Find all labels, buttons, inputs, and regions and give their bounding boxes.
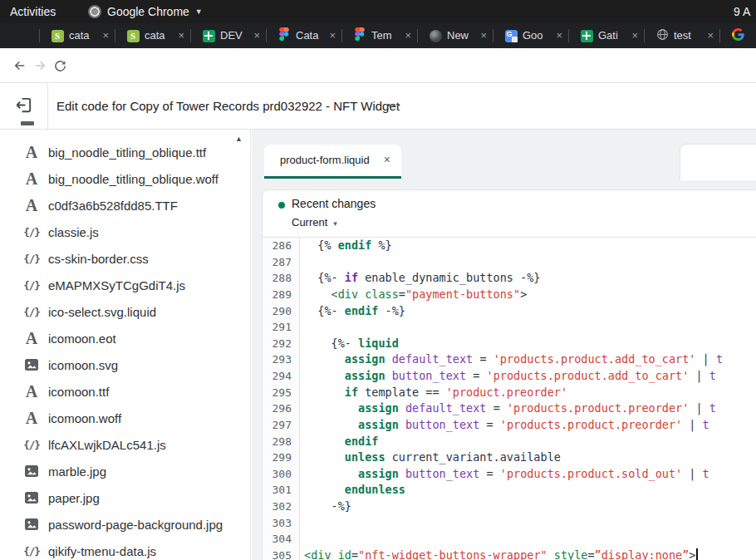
code-line-content (300, 254, 304, 271)
line-number: 293 (263, 351, 300, 368)
browser-tab-DEV[interactable]: DEV× (191, 23, 267, 48)
browser-tab-Gati[interactable]: Gati× (569, 23, 645, 48)
close-tab-icon[interactable]: × (329, 23, 336, 48)
file-type-image-icon (22, 518, 41, 530)
line-number: 289 (263, 287, 300, 303)
line-number: 290 (263, 303, 300, 320)
code-line: 304 (263, 531, 756, 548)
file-item[interactable]: password-page-background.jpg (0, 511, 250, 538)
file-item[interactable]: {/}ico-select.svg.liquid (0, 298, 250, 325)
file-item[interactable]: {/}cs-skin-border.css (0, 245, 250, 272)
file-name: qikify-tmenu-data.js (48, 544, 156, 558)
line-number: 303 (263, 515, 300, 532)
file-item[interactable]: {/}classie.js (0, 219, 250, 245)
forward-button[interactable] (30, 56, 50, 76)
code-line-content (300, 531, 304, 548)
line-number: 292 (263, 336, 300, 352)
file-name: icomoon.woff (48, 411, 121, 425)
file-name: lfcAXLwjkDALc541.js (48, 438, 166, 452)
tab-label (749, 23, 756, 48)
file-item[interactable]: Abig_noodle_titling_oblique.woff (0, 165, 250, 192)
shopify-favicon-icon: S (52, 30, 64, 42)
tab-favicon (202, 29, 215, 42)
line-number: 305 (263, 548, 300, 560)
browser-tab-Cata[interactable]: Cata× (267, 23, 342, 48)
code-line: 294 assign button_text = 'products.produ… (263, 368, 756, 385)
file-name: c0df3a6b528fdd85.TTF (48, 199, 178, 213)
file-item[interactable]: Aicomoon.ttf (0, 378, 250, 405)
file-name: big_noodle_titling_oblique.woff (48, 172, 218, 186)
line-number: 294 (263, 368, 300, 385)
file-sidebar: Abig_noodle_titling_oblique.ttfAbig_nood… (0, 130, 251, 560)
unsaved-changes-dot (278, 202, 285, 209)
partial-panel-corner (680, 144, 756, 180)
file-item[interactable]: marble.jpg (0, 458, 250, 484)
file-item[interactable]: paper.jpg (0, 484, 250, 511)
reload-button[interactable] (50, 56, 70, 76)
file-item[interactable]: icomoon.svg (0, 351, 250, 378)
file-item[interactable]: Aicomoon.woff (0, 405, 250, 431)
tab-favicon (353, 29, 366, 42)
editor-tab-product-form[interactable]: product-form.liquid × (264, 145, 401, 179)
close-tab-icon[interactable]: × (253, 23, 260, 48)
code-line-content: {%- liquid (300, 336, 399, 352)
close-tab-icon[interactable]: × (405, 23, 411, 48)
tab-separator (568, 29, 569, 42)
clock[interactable]: 9 A (734, 0, 750, 23)
file-name: classie.js (48, 225, 99, 239)
tab-separator (644, 29, 645, 42)
file-item[interactable]: Aicomoon.eot (0, 325, 250, 351)
browser-tab-New[interactable]: New× (418, 23, 493, 48)
browser-tab-g[interactable] (720, 23, 756, 48)
file-item[interactable]: Abig_noodle_titling_oblique.ttf (0, 139, 250, 165)
browser-tab-cata[interactable]: Scata× (40, 23, 115, 48)
code-line: 301 endunless (263, 482, 756, 499)
header-divider (47, 83, 48, 129)
editor-area: product-form.liquid × Recent changes Cur… (252, 130, 756, 560)
close-tab-icon[interactable]: × (384, 145, 390, 175)
tab-label: Goo (523, 23, 551, 48)
active-tab-underline (264, 176, 401, 179)
tab-label: cata (145, 23, 173, 48)
more-actions-button[interactable]: ••• (387, 83, 402, 127)
tab-label: test (674, 23, 702, 48)
file-item[interactable]: {/}lfcAXLwjkDALc541.js (0, 431, 250, 458)
activities-button[interactable]: Activities (10, 0, 56, 23)
code-editor[interactable]: 286 {% endif %}287288 {%- if enable_dyna… (263, 238, 756, 560)
admin-header: Edit code for Copy of Tower Records prd0… (0, 83, 756, 130)
code-line-content: -%} (300, 499, 351, 515)
file-name: cs-skin-border.css (48, 252, 149, 266)
exit-code-editor-button[interactable] (14, 96, 33, 118)
close-tab-icon[interactable]: × (631, 23, 638, 48)
close-tab-icon[interactable]: × (480, 23, 487, 48)
scroll-up-arrow[interactable]: ▲ (235, 135, 243, 143)
close-tab-icon[interactable]: × (178, 23, 184, 48)
code-line-content: <div class="payment-buttons"> (300, 287, 527, 303)
tab-favicon: S (126, 29, 140, 42)
line-number: 286 (263, 238, 300, 254)
file-item[interactable]: {/}qikify-tmenu-data.js (0, 538, 250, 560)
browser-tab-Tem[interactable]: Tem× (342, 23, 418, 48)
code-line-content: <div id="nft-widget-buttons-wrapper" sty… (300, 548, 698, 560)
code-line: 291 (263, 319, 756, 336)
tab-separator (266, 29, 267, 42)
close-tab-icon[interactable]: × (556, 23, 562, 48)
file-item[interactable]: Ac0df3a6b528fdd85.TTF (0, 192, 250, 219)
back-button[interactable] (10, 56, 30, 76)
line-number: 297 (263, 417, 300, 434)
file-list: Abig_noodle_titling_oblique.ttfAbig_nood… (0, 139, 250, 560)
code-line: 300 assign button_text = 'products.produ… (263, 466, 756, 483)
code-line: 297 assign button_text = 'products.produ… (263, 417, 756, 434)
browser-tab-Goo[interactable]: GGoo× (493, 23, 569, 48)
close-tab-icon[interactable]: × (102, 23, 109, 48)
code-line: 295 if template == 'product.preorder' (263, 385, 756, 401)
file-item[interactable]: {/}eMAPMXSyTCgGdiT4.js (0, 272, 250, 298)
file-name: icomoon.svg (48, 358, 118, 372)
file-name: eMAPMXSyTCgGdiT4.js (48, 278, 185, 292)
close-tab-icon[interactable]: × (707, 23, 714, 48)
browser-tab-test[interactable]: test× (645, 23, 720, 48)
version-dropdown[interactable]: Current▾ (292, 216, 337, 228)
app-menu[interactable]: Google Chrome ▼ (88, 0, 203, 23)
tab-favicon (655, 29, 669, 42)
browser-tab-cata[interactable]: Scata× (115, 23, 191, 48)
